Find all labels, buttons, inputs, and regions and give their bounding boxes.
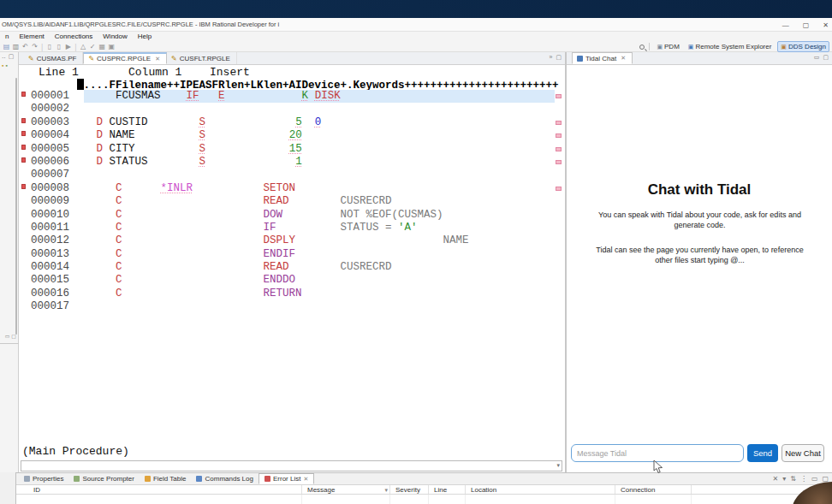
left-strip-split-icons: ▭▢ — [5, 333, 16, 339]
code-line[interactable]: 000016 C RETURN — [19, 288, 565, 300]
menu-item-n[interactable]: n — [0, 33, 14, 40]
minimize-button[interactable]: — — [782, 21, 789, 29]
maximize-icon[interactable]: ▢ — [823, 54, 829, 61]
scroll-lock-icon[interactable]: ⇅ — [790, 474, 796, 483]
code-line[interactable]: 000012 C DSPLY NAME — [19, 234, 565, 247]
change-marker-icon — [21, 223, 26, 228]
tab-properties[interactable]: Properties — [19, 473, 68, 484]
minimize-icon[interactable]: ▭ — [811, 474, 818, 483]
copy-icon[interactable]: ▯ — [45, 43, 54, 50]
search-icon[interactable] — [639, 44, 645, 50]
tab-commands-log[interactable]: Commands Log — [191, 473, 258, 484]
menu-item-element[interactable]: Element — [14, 33, 49, 40]
menu-item-window[interactable]: Window — [98, 33, 132, 40]
overview-change-mark[interactable] — [556, 160, 562, 164]
field-table-icon[interactable]: ▦ — [98, 43, 107, 50]
rdi-window: OM/QSYS.LIB/AIDANF1.LIB/QRPGLESRC.FILE/C… — [0, 0, 832, 504]
error-list-header-row[interactable]: IDMessage▾SeverityLineLocationConnection — [16, 484, 832, 495]
overview-change-mark[interactable] — [556, 147, 562, 151]
team-view-icon[interactable]: ▪ — [5, 62, 7, 68]
save-icon[interactable]: ▥ — [11, 43, 21, 50]
code-line[interactable]: 000013 C ENDIF — [19, 248, 565, 261]
bottom-tab-label: Error List — [273, 475, 300, 483]
left-strip-scrollbar[interactable] — [15, 78, 17, 335]
code-line[interactable]: 000017 — [19, 300, 565, 313]
close-button[interactable]: ✕ — [823, 21, 829, 29]
minimize-icon[interactable]: ▭ — [814, 54, 820, 61]
new-file-icon[interactable]: ▤ — [2, 43, 11, 50]
column-header-line[interactable]: Line — [429, 485, 466, 494]
tab-source-prompter[interactable]: Source Prompter — [68, 473, 139, 484]
tab-tidal-chat[interactable]: Tidal Chat ✕ — [572, 52, 633, 64]
source-editor-panel: ✎CUSMAS.PF✎CUSPRC.RPGLE✕✎CUSFLT.RPGLE »▢… — [19, 52, 566, 472]
close-icon[interactable]: ✕ — [772, 474, 778, 483]
close-icon[interactable]: ✕ — [621, 55, 626, 62]
compare-icon[interactable]: △ — [79, 43, 88, 50]
code-line[interactable]: 000007 — [19, 169, 565, 181]
send-button[interactable]: Send — [747, 444, 778, 462]
undo-icon[interactable]: ↶ — [21, 43, 30, 50]
tab-field-table[interactable]: Field Table — [140, 473, 192, 484]
overview-change-mark[interactable] — [556, 121, 562, 125]
code-line[interactable]: 000005 D CITY S 15 — [19, 143, 565, 156]
tab-cusprc-rpgle[interactable]: ✎CUSPRC.RPGLE✕ — [83, 52, 167, 64]
code-line[interactable]: 000002 — [19, 103, 565, 116]
run-icon[interactable]: ▶ — [63, 43, 73, 50]
code-line[interactable]: 000015 C ENDDO — [19, 274, 565, 287]
syntax-check-icon[interactable]: ✓ — [88, 43, 98, 50]
remote-systems-view-icon[interactable]: ▪ — [2, 62, 3, 68]
outline-icon[interactable]: ▣ — [107, 43, 116, 50]
tab-error-list[interactable]: Error List✕ — [259, 473, 314, 484]
column-header-location[interactable]: Location — [466, 485, 615, 494]
tab-overflow-icon[interactable]: » — [549, 54, 552, 61]
overview-change-mark[interactable] — [556, 187, 562, 191]
code-line[interactable]: 000014 C READ CUSRECRD — [19, 261, 565, 274]
code-line[interactable]: 000004 D NAME S 20 — [19, 129, 565, 142]
column-header-connection[interactable]: Connection — [615, 485, 692, 494]
maximize-icon[interactable]: ▢ — [556, 54, 562, 61]
column-header-id[interactable]: ID — [16, 485, 302, 494]
code-line[interactable]: 000006 D STATUS S 1 — [19, 156, 565, 169]
perspective-dds-design[interactable]: ▣DDS Design — [777, 41, 829, 52]
code-line[interactable]: 000003 D CUSTID S 5 0 — [19, 116, 565, 129]
view-menu-icon[interactable]: ⋮ — [800, 474, 807, 483]
menu-bar: nElementConnectionsWindowHelp — [0, 32, 832, 41]
code-line[interactable]: 000001 FCUSMAS IF E K DISK — [19, 90, 565, 103]
code-line[interactable]: 000008 C *INLR SETON — [19, 182, 565, 195]
minimize-icon[interactable]: ▭ — [5, 333, 10, 339]
tab-cusflt-rpgle[interactable]: ✎CUSFLT.RPGLE — [167, 52, 237, 64]
overview-change-mark[interactable] — [556, 133, 562, 138]
column-header-message[interactable]: Message▾ — [302, 485, 390, 494]
sort-icon[interactable]: ▾ — [782, 474, 786, 483]
maximize-button[interactable]: ▢ — [803, 21, 810, 29]
chevron-down-icon[interactable]: ▾ — [556, 462, 560, 469]
chevron-more-icon[interactable]: ‥ — [2, 53, 6, 60]
restore-icon[interactable]: ▢ — [9, 53, 15, 60]
chat-context-paragraph: Tidal can see the page you currently hav… — [592, 246, 807, 265]
close-icon[interactable]: ✕ — [303, 476, 308, 483]
code-line[interactable]: 000009 C READ CUSRECRD — [19, 195, 565, 208]
line-number: 000013 — [31, 248, 69, 261]
change-marker-icon — [21, 289, 26, 294]
menu-item-connections[interactable]: Connections — [50, 33, 98, 40]
code-line[interactable]: 000011 C IF STATUS = 'A' — [19, 222, 565, 234]
perspective-remote-system-explorer[interactable]: ▣Remote System Explorer — [686, 42, 775, 51]
maximize-icon[interactable]: ▢ — [11, 333, 16, 339]
perspective-pdm[interactable]: ▣PDM — [654, 42, 681, 51]
menu-item-help[interactable]: Help — [133, 33, 157, 40]
error-list-body[interactable] — [16, 495, 832, 504]
editor-command-row[interactable]: ▾ — [21, 460, 562, 471]
overview-change-mark[interactable] — [556, 94, 562, 98]
new-chat-button[interactable]: New Chat — [781, 444, 824, 462]
tab-cusmas-pf[interactable]: ✎CUSMAS.PF — [24, 52, 83, 64]
column-header-severity[interactable]: Severity — [390, 485, 429, 494]
chat-message-input[interactable] — [571, 444, 744, 462]
code-area[interactable]: 000001 FCUSMAS IF E K DISK000002000003 D… — [19, 90, 565, 314]
redo-icon[interactable]: ↷ — [30, 43, 39, 50]
code-line[interactable]: 000010 C DOW NOT %EOF(CUSMAS) — [19, 209, 565, 222]
paste-icon[interactable]: ▯ — [54, 43, 63, 50]
desktop-top-bar — [0, 0, 832, 18]
chat-tab-label: Tidal Chat — [585, 55, 616, 62]
close-icon[interactable]: ✕ — [155, 56, 160, 62]
code-text: C READ CUSRECRD — [77, 261, 392, 274]
